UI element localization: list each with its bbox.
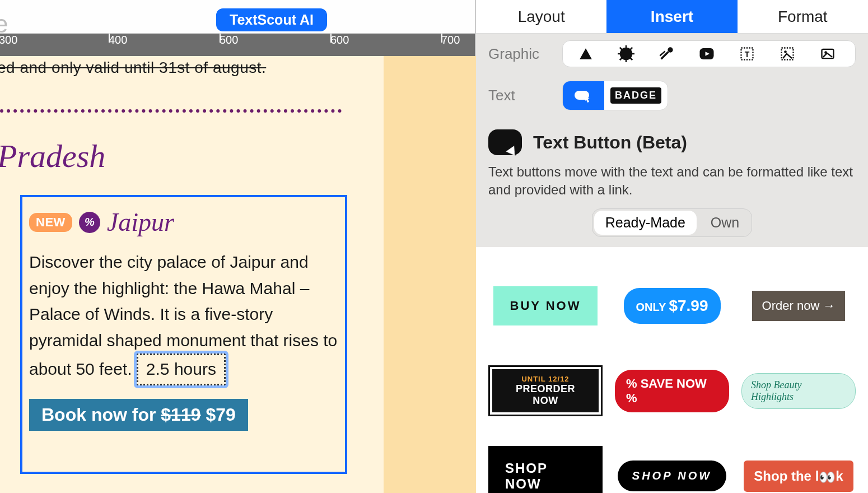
preset-preorder-bottom: PREORDER NOW [502, 383, 589, 407]
ruler-tick-400: 400 [109, 34, 127, 46]
selected-text-block[interactable]: NEW % Jaipur Discover the city palace of… [20, 195, 347, 474]
section-title: Text Button (Beta) [533, 132, 687, 153]
editor-topbar: e TextScout AI [0, 0, 475, 34]
tab-insert[interactable]: Insert [606, 0, 737, 33]
duration-text-button[interactable]: 2.5 hours [137, 354, 226, 385]
region-heading[interactable]: Pradesh [0, 137, 105, 175]
preset-only-amount: $7.99 [669, 297, 708, 314]
seg-own[interactable]: Own [698, 209, 752, 236]
svg-point-18 [784, 50, 787, 53]
text-button-large-icon [488, 129, 522, 155]
shape-burst-icon[interactable] [618, 45, 634, 62]
page-margin-area [384, 56, 476, 493]
card-description[interactable]: Discover the city palace of Jaipur and e… [29, 249, 338, 385]
graphic-row-label: Graphic [488, 45, 550, 63]
preset-shop-now-pill[interactable]: SHOP NOW [618, 461, 726, 491]
eyes-icon: 👀 [819, 469, 836, 485]
svg-point-10 [668, 47, 673, 52]
preset-look-post: k [836, 468, 843, 483]
preset-only-price[interactable]: ONLY $7.99 [624, 288, 721, 324]
editor-canvas: e TextScout AI 300 400 500 600 700 ed an… [0, 0, 476, 493]
preset-beauty-highlights[interactable]: Shop Beauty Highlights [741, 373, 856, 409]
ruler-tick-700: 700 [441, 34, 460, 46]
preset-source-segmented: Ready-Made Own [592, 208, 753, 237]
svg-text:T: T [745, 50, 750, 59]
comet-icon[interactable] [658, 45, 675, 62]
book-prefix: Book now for [41, 404, 161, 425]
svg-marker-0 [580, 48, 592, 59]
section-header: Text Button (Beta) [476, 117, 868, 161]
inspector-panel: Layout Insert Format Graphic T Text [476, 0, 868, 493]
text-row-label: Text [488, 87, 550, 104]
ruler-tick-500: 500 [220, 34, 238, 46]
seg-badge-wrap[interactable]: BADGE [604, 81, 668, 110]
shape-triangle-icon[interactable] [577, 45, 594, 62]
tab-layout[interactable]: Layout [476, 0, 606, 33]
svg-line-9 [631, 48, 633, 50]
tab-format[interactable]: Format [738, 0, 868, 33]
image-icon[interactable] [819, 45, 836, 62]
percent-badge-icon[interactable]: % [79, 212, 100, 233]
seg-ready-made[interactable]: Ready-Made [594, 211, 697, 235]
svg-line-6 [620, 48, 622, 50]
text-frame-icon[interactable]: T [739, 45, 755, 62]
struck-text-line[interactable]: ed and only valid until 31st of august. [0, 59, 266, 77]
preset-save-now[interactable]: % SAVE NOW % [615, 370, 729, 412]
dotted-divider [0, 109, 342, 113]
preset-gallery[interactable]: BUY NOW ONLY $7.99 Order now → UNTIL 12/… [476, 247, 868, 493]
seg-text-button[interactable] [563, 81, 604, 110]
video-play-icon[interactable] [698, 45, 715, 62]
horizontal-ruler[interactable]: 300 400 500 600 700 [0, 34, 475, 56]
ruler-tick-300: 300 [0, 34, 17, 46]
text-button-icon [574, 89, 593, 103]
preset-shop-now-square[interactable]: SHOP NOW [488, 446, 603, 493]
preset-order-now[interactable]: Order now → [752, 291, 846, 321]
text-row: Text BADGE [476, 74, 868, 117]
preset-buy-now[interactable]: BUY NOW [493, 286, 598, 325]
old-price: $119 [161, 404, 200, 425]
svg-line-7 [631, 58, 633, 61]
page-surface[interactable]: ed and only valid until 31st of august. … [0, 56, 384, 493]
graphic-picker: T [562, 40, 856, 67]
seg-badge: BADGE [610, 87, 661, 104]
image-box-icon[interactable] [779, 45, 796, 62]
ruler-tick-600: 600 [330, 34, 349, 46]
text-type-segmented: BADGE [562, 81, 668, 110]
section-description: Text buttons move with the text and can … [476, 161, 868, 208]
book-now-button[interactable]: Book now for $119 $79 [29, 399, 248, 431]
preset-shop-the-look[interactable]: Shop the l👀k [744, 461, 853, 492]
city-heading[interactable]: Jaipur [107, 207, 174, 237]
preset-only-prefix: ONLY [636, 301, 669, 313]
graphic-row: Graphic T [476, 34, 868, 74]
new-badge[interactable]: NEW [29, 213, 72, 232]
preset-preorder-top: UNTIL 12/12 [502, 375, 589, 383]
preset-look-pre: Shop the l [754, 468, 819, 483]
inspector-tabs: Layout Insert Format [476, 0, 868, 34]
preset-preorder[interactable]: UNTIL 12/12 PREORDER NOW [488, 365, 603, 416]
new-price: $79 [206, 404, 235, 425]
textscout-ai-button[interactable]: TextScout AI [216, 8, 327, 31]
svg-line-8 [620, 58, 622, 61]
